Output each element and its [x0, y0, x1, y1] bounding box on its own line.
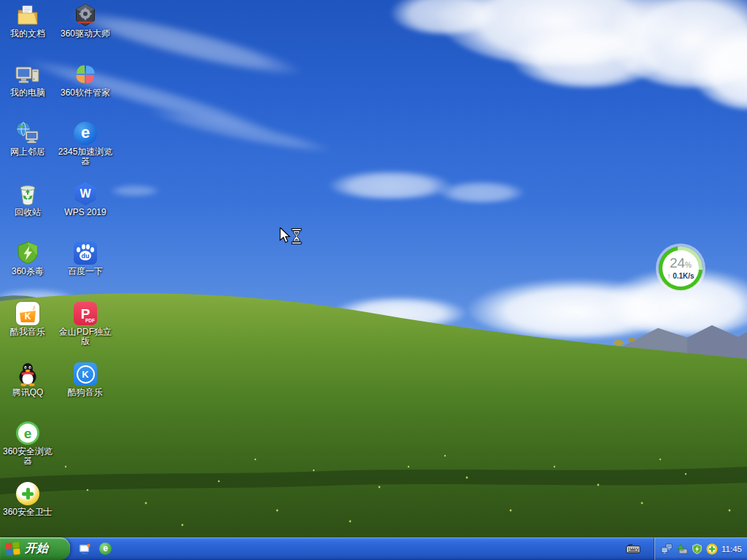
desktop-icon-label: 我的电脑: [10, 88, 45, 98]
desktop-icon-label: 我的文档: [10, 29, 45, 39]
desktop-icon-label: 腾讯QQ: [12, 388, 44, 397]
music-note-icon: ♪: [32, 303, 36, 311]
speed-ball-widget[interactable]: 24% ↑ 0.1K/s: [659, 246, 703, 290]
360-browser-icon: e: [15, 421, 40, 446]
desktop-icon-label: 回收站: [15, 208, 41, 217]
desktop-icon-360-security-guard[interactable]: 360安全卫士: [0, 481, 56, 517]
software-manager-icon: [73, 62, 98, 87]
360-browser-quicklaunch-icon[interactable]: e: [99, 542, 112, 555]
desktop-icon-360-antivirus[interactable]: 360杀毒: [0, 241, 56, 276]
my-documents-icon: [15, 3, 40, 28]
kuwo-music-icon: ♪ K: [15, 301, 40, 326]
desktop-icon-label: 百度一下: [68, 267, 103, 276]
up-arrow-icon: ↑: [667, 272, 670, 280]
desktop-icon-kingsoft-pdf[interactable]: P PDF 金山PDF独立版: [57, 301, 114, 346]
desktop-icon-label: 酷狗音乐: [68, 388, 103, 397]
kugou-music-icon: K: [73, 362, 98, 386]
my-computer-icon: [15, 62, 40, 87]
quick-launch-bar: e: [79, 537, 112, 560]
windows-logo-icon: [5, 542, 21, 556]
memory-percent: 24%: [670, 257, 692, 272]
desktop-icon-360-software-manager[interactable]: 360软件管家: [57, 62, 114, 98]
wps-icon: W: [73, 182, 98, 206]
desktop-icon-label: 360驱动大师: [61, 29, 110, 39]
upload-speed: ↑ 0.1K/s: [667, 272, 694, 281]
360-guard-icon: [15, 481, 40, 506]
plus-icon: [22, 488, 34, 499]
recycle-bin-icon: [15, 182, 40, 206]
qq-penguin-icon: [15, 362, 40, 386]
baidu-paw-icon: du: [73, 241, 98, 265]
input-method-keyboard-icon[interactable]: [626, 543, 640, 556]
desktop-icon-label: 360安全浏览器: [0, 447, 56, 466]
desktop-icon-wps-2019[interactable]: W WPS 2019: [57, 182, 114, 217]
driver-master-tray-icon[interactable]: [676, 543, 688, 555]
taskbar[interactable]: 开始 e: [0, 537, 747, 560]
desktop-icon-tencent-qq[interactable]: 腾讯QQ: [0, 362, 56, 397]
desktop-icon-360-driver-master[interactable]: 360驱动大师: [57, 3, 114, 39]
start-button[interactable]: 开始: [0, 537, 70, 560]
driver-master-icon: [73, 3, 98, 28]
show-desktop-icon[interactable]: [79, 542, 91, 555]
desktop-icon-label: 网上邻居: [10, 147, 45, 157]
start-button-label: 开始: [25, 541, 48, 556]
desktop-icon-my-documents[interactable]: 我的文档: [0, 3, 56, 39]
system-tray: 11:45: [654, 537, 747, 560]
desktop-icon-recycle-bin[interactable]: 回收站: [0, 182, 56, 217]
desktop-icon-kugou-music[interactable]: K 酷狗音乐: [57, 362, 114, 397]
desktop-icon-label: 金山PDF独立版: [57, 327, 114, 346]
desktop-icon-label: 酷我音乐: [10, 327, 45, 337]
antivirus-tray-icon[interactable]: [692, 543, 703, 555]
desktop-icon-kuwo-music[interactable]: ♪ K 酷我音乐: [0, 301, 56, 337]
desktop-icon-label: WPS 2019: [64, 208, 106, 217]
2345-browser-icon: e: [73, 121, 98, 146]
desktop-icon-label: 360软件管家: [61, 88, 110, 98]
desktop-icon-2345-browser[interactable]: e 2345加速浏览器: [57, 121, 114, 166]
network-places-icon: [15, 121, 40, 146]
taskbar-clock[interactable]: 11:45: [721, 545, 747, 553]
desktop-icon-network-places[interactable]: 网上邻居: [0, 121, 56, 157]
kingsoft-pdf-icon: P PDF: [73, 301, 98, 326]
desktop-wallpaper[interactable]: 我的文档 我的电脑: [0, 0, 747, 537]
security-guard-tray-icon[interactable]: [706, 543, 718, 555]
desktop-icon-label: 360安全卫士: [3, 508, 53, 517]
shield-lightning-icon: [15, 241, 40, 265]
desktop-icon-label: 2345加速浏览器: [57, 147, 114, 166]
desktop-icon-baidu[interactable]: du 百度一下: [57, 241, 114, 276]
network-status-icon[interactable]: [661, 543, 673, 555]
desktop-icon-my-computer[interactable]: 我的电脑: [0, 62, 56, 98]
desktop-icon-360-secure-browser[interactable]: e 360安全浏览器: [0, 421, 56, 466]
desktop-icon-label: 360杀毒: [12, 267, 44, 276]
